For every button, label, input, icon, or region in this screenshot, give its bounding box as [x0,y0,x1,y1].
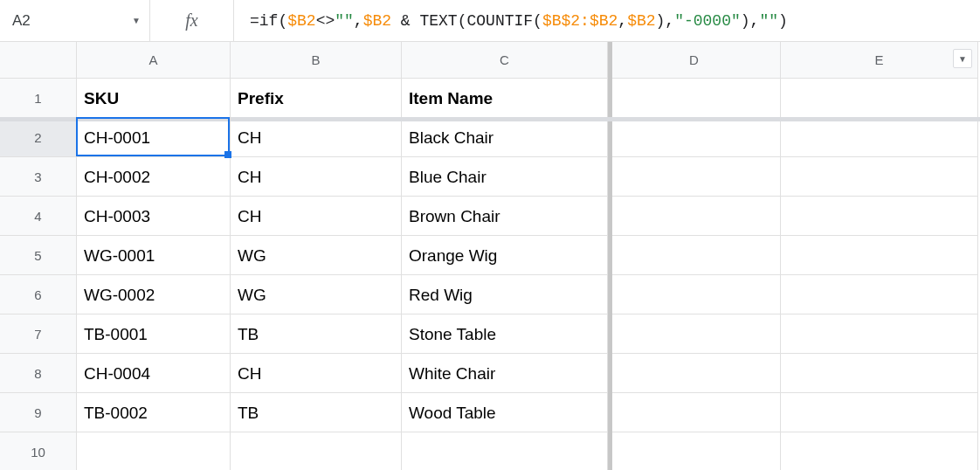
cell-e5[interactable] [781,236,978,275]
cell-e1[interactable] [781,79,978,118]
cell-c1[interactable]: Item Name [402,79,608,118]
formula-token: "" [335,12,354,30]
formula-token: "-0000" [674,12,741,30]
data-row: WG-0001WGOrange Wig [77,236,978,275]
cell-d8[interactable] [608,354,781,393]
cell-a9[interactable]: TB-0002 [77,393,231,432]
name-box-dropdown-icon[interactable]: ▼ [132,16,141,25]
row-header-2[interactable]: 2 [0,118,77,157]
row-header-9[interactable]: 9 [0,393,77,432]
cell-c2[interactable]: Black Chair [402,118,608,157]
cell-e4[interactable] [781,197,978,236]
row-header-4[interactable]: 4 [0,197,77,236]
row-header-7[interactable]: 7 [0,314,77,354]
data-row: CH-0002CHBlue Chair [77,157,978,197]
row-header-8[interactable]: 8 [0,354,77,393]
formula-token: & TEXT(COUNTIF( [391,12,542,30]
cell-a8[interactable]: CH-0004 [77,354,231,393]
column-header-c[interactable]: C [402,42,608,79]
data-row: CH-0003CHBrown Chair [77,197,978,236]
cell-a1[interactable]: SKU [77,79,231,118]
cell-e10[interactable] [781,432,978,470]
freeze-row-handle[interactable] [0,117,980,121]
row-header-3[interactable]: 3 [0,157,77,197]
cell-c5[interactable]: Orange Wig [402,236,608,275]
cell-b9[interactable]: TB [231,393,402,432]
row-header-1[interactable]: 1 [0,79,77,118]
cell-a6[interactable]: WG-0002 [77,275,231,314]
cell-e7[interactable] [781,314,978,354]
column-header-e[interactable]: E▼ [781,42,978,79]
cell-b1[interactable]: Prefix [231,79,402,118]
freeze-column-handle[interactable] [608,42,612,470]
formula-token: , [618,12,627,30]
cell-d4[interactable] [608,197,781,236]
cell-e8[interactable] [781,354,978,393]
cells-grid: SKUPrefixItem NameCH-0001CHBlack ChairCH… [77,79,978,470]
cell-c7[interactable]: Stone Table [402,314,608,354]
cell-e9[interactable] [781,393,978,432]
cell-c8[interactable]: White Chair [402,354,608,393]
column-header-d[interactable]: D [608,42,781,79]
column-header-a[interactable]: A [77,42,231,79]
cell-b7[interactable]: TB [231,314,402,354]
formula-token: =if [250,12,278,30]
cell-a3[interactable]: CH-0002 [77,157,231,197]
cell-d5[interactable] [608,236,781,275]
cell-d9[interactable] [608,393,781,432]
column-filter-icon[interactable]: ▼ [953,49,972,68]
column-headers: ABCDE▼ [77,42,978,79]
cell-b5[interactable]: WG [231,236,402,275]
cell-d3[interactable] [608,157,781,197]
cell-a10[interactable] [77,432,231,470]
cell-b2[interactable]: CH [231,118,402,157]
header-row: SKUPrefixItem Name [77,79,978,118]
data-row: CH-0001CHBlack Chair [77,118,978,157]
data-row: TB-0002TBWood Table [77,393,978,432]
cell-b3[interactable]: CH [231,157,402,197]
formula-token: "" [759,12,778,30]
data-row: TB-0001TBStone Table [77,314,978,354]
row-header-6[interactable]: 6 [0,275,77,314]
cell-e6[interactable] [781,275,978,314]
cell-b10[interactable] [231,432,402,470]
cell-a5[interactable]: WG-0001 [77,236,231,275]
select-all-corner[interactable] [0,42,77,79]
row-header-10[interactable]: 10 [0,432,77,470]
fx-label[interactable]: fx [150,0,234,41]
row-headers: 12345678910 [0,79,77,470]
data-row: WG-0002WGRed Wig [77,275,978,314]
cell-b4[interactable]: CH [231,197,402,236]
cell-d1[interactable] [608,79,781,118]
row-header-5[interactable]: 5 [0,236,77,275]
data-row: CH-0004CHWhite Chair [77,354,978,393]
name-box[interactable]: A2 ▼ [0,0,150,41]
formula-input[interactable]: =if($B2<>"",$B2 & TEXT(COUNTIF($B$2:$B2,… [234,12,980,30]
formula-token: $B2 [287,12,315,30]
cell-e3[interactable] [781,157,978,197]
cell-d7[interactable] [608,314,781,354]
cell-c3[interactable]: Blue Chair [402,157,608,197]
cell-d10[interactable] [608,432,781,470]
cell-c6[interactable]: Red Wig [402,275,608,314]
cell-b8[interactable]: CH [231,354,402,393]
column-header-b[interactable]: B [231,42,402,79]
formula-token: ), [741,12,760,30]
cell-c9[interactable]: Wood Table [402,393,608,432]
formula-bar: A2 ▼ fx =if($B2<>"",$B2 & TEXT(COUNTIF($… [0,0,980,42]
formula-token: ), [656,12,675,30]
cell-b6[interactable]: WG [231,275,402,314]
cell-d2[interactable] [608,118,781,157]
formula-token: , [354,12,363,30]
cell-a2[interactable]: CH-0001 [77,118,231,157]
cell-c10[interactable] [402,432,608,470]
formula-token: ( [278,12,287,30]
cell-a4[interactable]: CH-0003 [77,197,231,236]
data-row [77,432,978,470]
cell-a7[interactable]: TB-0001 [77,314,231,354]
cell-e2[interactable] [781,118,978,157]
cell-d6[interactable] [608,275,781,314]
cell-c4[interactable]: Brown Chair [402,197,608,236]
formula-token: $B2 [363,12,391,30]
formula-token: ) [778,12,788,30]
